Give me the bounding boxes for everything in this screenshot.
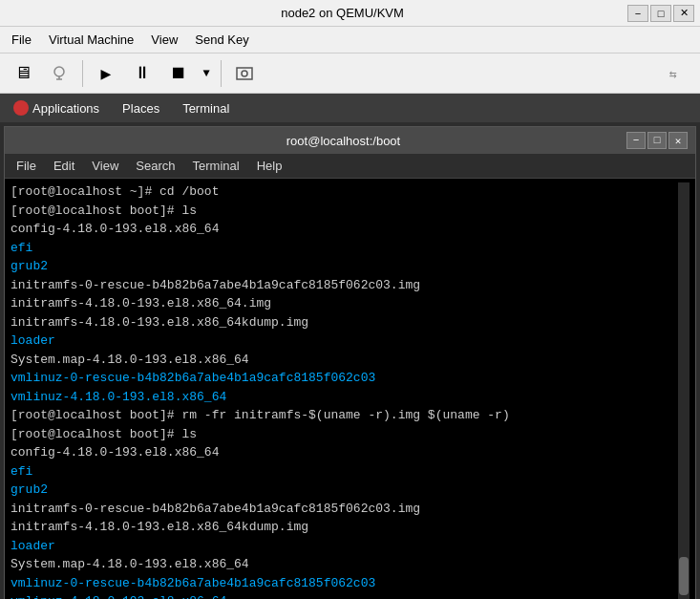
dropdown-arrow[interactable]: ▼ [200,58,213,89]
terminal-line: initramfs-0-rescue-b4b82b6a7abe4b1a9cafc… [11,500,678,519]
terminal-content[interactable]: [root@localhost ~]# cd /boot[root@localh… [5,179,695,599]
terminal-line: initramfs-4.18.0-193.el8.x86_64.img [11,294,678,313]
svg-point-4 [242,71,247,76]
terminal-line: config-4.18.0-193.el8.x86_64 [11,220,678,239]
terminal-line: System.map-4.18.0-193.el8.x86_64 [11,351,678,370]
terminal-menu-terminal[interactable]: Terminal [185,157,247,175]
terminal-menu-bar: File Edit View Search Terminal Help [5,154,695,179]
window-title: node2 on QEMU/KVM [57,6,627,20]
terminal-line: [root@localhost boot]# ls [11,425,678,444]
terminal-maximize-button[interactable]: □ [647,132,667,149]
svg-rect-3 [237,68,252,79]
toolbar-separator-1 [82,60,83,87]
minimize-button[interactable]: − [627,5,648,22]
play-button[interactable]: ▶ [91,58,121,89]
terminal-window: root@localhost:/boot − □ ✕ File Edit Vie… [4,126,696,599]
bulb-icon[interactable] [44,58,74,89]
taskbar-terminal[interactable]: Terminal [173,99,239,118]
usb-icon[interactable]: ⇆ [662,58,692,89]
screenshot-button[interactable] [229,58,260,89]
menu-virtual-machine[interactable]: Virtual Machine [41,31,141,49]
terminal-menu-search[interactable]: Search [128,157,182,175]
terminal-close-button[interactable]: ✕ [668,132,688,149]
outer-menu-bar: File Virtual Machine View Send Key [0,27,700,53]
terminal-line: [root@localhost boot]# rm -fr initramfs-… [11,406,678,425]
terminal-menu-file[interactable]: File [9,157,44,175]
taskbar-places[interactable]: Places [113,99,169,118]
close-button[interactable]: ✕ [673,5,694,22]
terminal-line: vmlinuz-4.18.0-193.el8.x86_64 [11,388,678,407]
terminal-line: initramfs-0-rescue-b4b82b6a7abe4b1a9cafc… [11,276,678,295]
terminal-menu-view[interactable]: View [84,157,126,175]
stop-button[interactable]: ⏹ [163,58,194,89]
terminal-menu-edit[interactable]: Edit [46,157,82,175]
terminal-line: vmlinuz-0-rescue-b4b82b6a7abe4b1a9cafc81… [11,574,678,593]
terminal-line: vmlinuz-4.18.0-193.el8.x86_64 [11,592,678,599]
menu-send-key[interactable]: Send Key [187,31,256,49]
svg-text:⇆: ⇆ [669,68,677,82]
taskbar-applications[interactable]: Applications [4,98,109,118]
terminal-line: efi [11,462,678,481]
terminal-output: [root@localhost ~]# cd /boot[root@localh… [11,182,678,599]
terminal-line: grub2 [11,257,678,276]
terminal-minimize-button[interactable]: − [626,132,646,149]
toolbar-separator-2 [221,60,222,87]
terminal-line: loader [11,332,678,351]
maximize-button[interactable]: □ [650,5,671,22]
terminal-title-bar: root@localhost:/boot − □ ✕ [5,127,695,154]
pause-button[interactable]: ⏸ [127,58,158,89]
title-bar: node2 on QEMU/KVM − □ ✕ [0,0,700,27]
terminal-menu-help[interactable]: Help [249,157,290,175]
terminal-window-title: root@localhost:/boot [60,134,626,148]
terminal-label: Terminal [182,101,229,116]
places-label: Places [122,101,159,116]
terminal-line: [root@localhost ~]# cd /boot [11,182,678,202]
terminal-scrollbar-thumb[interactable] [679,557,689,595]
terminal-line: efi [11,239,678,258]
svg-point-0 [54,67,64,76]
terminal-line: initramfs-4.18.0-193.el8.x86_64kdump.img [11,313,678,332]
terminal-scrollbar[interactable] [678,182,689,599]
terminal-line: config-4.18.0-193.el8.x86_64 [11,443,678,462]
applications-icon [13,100,29,116]
taskbar: Applications Places Terminal [0,94,700,122]
menu-file[interactable]: File [4,31,39,49]
menu-view[interactable]: View [143,31,185,49]
terminal-line: [root@localhost boot]# ls [11,202,678,221]
terminal-line: grub2 [11,481,678,500]
applications-label: Applications [32,101,99,116]
terminal-line: vmlinuz-0-rescue-b4b82b6a7abe4b1a9cafc81… [11,369,678,388]
toolbar: 🖥 ▶ ⏸ ⏹ ▼ ⇆ [0,53,700,94]
terminal-line: initramfs-4.18.0-193.el8.x86_64kdump.img [11,518,678,537]
terminal-line: System.map-4.18.0-193.el8.x86_64 [11,555,678,574]
terminal-line: loader [11,537,678,556]
monitor-icon[interactable]: 🖥 [8,58,38,89]
window-controls: − □ ✕ [627,5,700,22]
terminal-window-controls: − □ ✕ [626,132,688,149]
